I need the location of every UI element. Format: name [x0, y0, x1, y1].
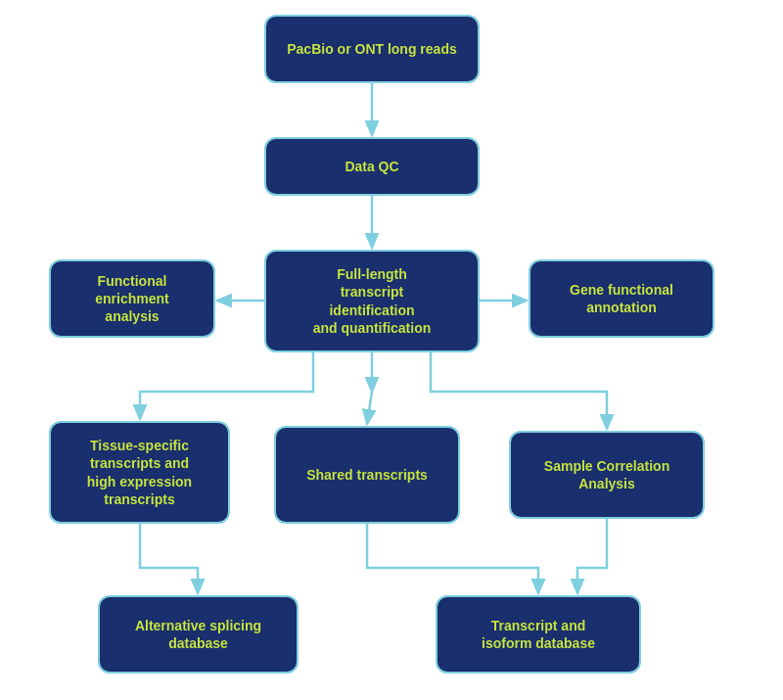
node-gene-functional: Gene functionalannotation	[529, 259, 714, 338]
node-full-length: Full-lengthtranscriptidentificationand q…	[264, 250, 480, 352]
node-alternative-splicing: Alternative splicingdatabase	[98, 595, 299, 674]
node-tissue-specific: Tissue-specifictranscripts andhigh expre…	[49, 421, 230, 524]
svg-line-7	[367, 392, 372, 424]
node-shared-transcripts: Shared transcripts	[274, 426, 460, 524]
node-functional-enrichment: Functionalenrichmentanalysis	[49, 259, 215, 338]
node-transcript-isoform: Transcript andisoform database	[436, 595, 641, 674]
node-sample-correlation: Sample CorrelationAnalysis	[509, 431, 705, 519]
node-pacbio: PacBio or ONT long reads	[264, 15, 480, 83]
node-data-qc: Data QC	[264, 137, 480, 196]
workflow-diagram: PacBio or ONT long reads Data QC Full-le…	[0, 0, 783, 700]
